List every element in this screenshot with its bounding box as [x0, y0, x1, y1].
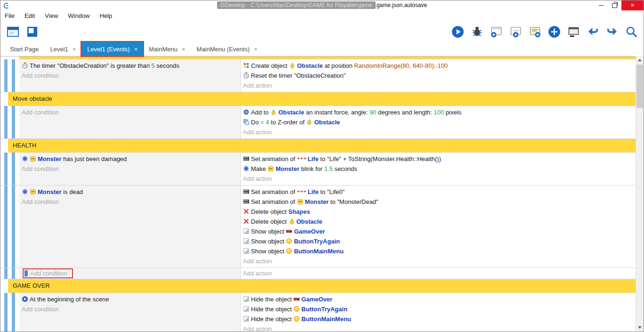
open-project-button[interactable]	[5, 24, 20, 39]
event-rail-outer[interactable]	[4, 153, 8, 185]
actions-cell[interactable]: Create object Obstacle at position Rando…	[241, 59, 636, 92]
project-manager-button[interactable]	[24, 24, 40, 39]
event-line[interactable]: Delete object Shapes	[241, 207, 636, 217]
event-line[interactable]: Make Monster blink for 1.5 seconds	[241, 164, 636, 174]
restore-button[interactable]	[608, 0, 621, 10]
event-rail-inner[interactable]	[12, 59, 15, 92]
event-line[interactable]: Create object Obstacle at position Rando…	[241, 61, 636, 71]
add-action-link[interactable]: Add action	[241, 174, 636, 184]
tab-start-page[interactable]: Start Page	[4, 42, 44, 56]
add-more-button[interactable]	[547, 24, 562, 39]
tab-level1-events[interactable]: Level1 (Events)×	[81, 42, 143, 56]
actions-cell[interactable]: Add to Obstacle an instant force, angle:…	[241, 106, 636, 138]
menu-window[interactable]: Window	[68, 12, 89, 19]
event-rail-outer[interactable]	[4, 106, 8, 138]
search-button[interactable]	[624, 24, 639, 39]
conditions-cell[interactable]: Add condition	[19, 106, 241, 138]
event-group-header-move-obstacle[interactable]: Move obstacle	[8, 92, 636, 106]
play-button[interactable]	[450, 24, 465, 39]
event-rail-inner[interactable]	[12, 186, 15, 267]
add-action-link[interactable]: Add action	[241, 324, 636, 332]
event-line[interactable]: Set animation of Life to "Life" + ToStri…	[241, 154, 636, 164]
scroll-up-button[interactable]	[636, 56, 644, 64]
add-event-button[interactable]	[489, 24, 504, 39]
event-group-header-health[interactable]: HEALTH	[8, 139, 636, 153]
add-action-link[interactable]: Add action	[241, 127, 636, 137]
event-drag-rail[interactable]	[0, 293, 19, 332]
event-rail-inner[interactable]	[12, 153, 15, 185]
event-drag-rail[interactable]	[0, 59, 19, 92]
menu-file[interactable]: File	[5, 12, 15, 19]
tab-mainmenu-events[interactable]: MainMenu (Events)×	[191, 42, 263, 56]
event-drag-rail[interactable]	[0, 186, 19, 267]
add-subevent-button[interactable]	[508, 24, 523, 39]
event-line[interactable]: Set animation of Monster to "MonsterDead…	[241, 197, 636, 207]
event-rail-outer[interactable]	[4, 268, 8, 279]
event-line[interactable]: Do = 4 to Z-order of Obstacle	[241, 117, 636, 127]
add-condition-link[interactable]: Add condition	[19, 164, 240, 174]
event-rail-inner[interactable]	[12, 268, 15, 279]
conditions-cell[interactable]: Monster is deadAdd condition	[19, 186, 241, 267]
debugger-button[interactable]	[469, 24, 484, 39]
event-rail-inner[interactable]	[12, 106, 15, 138]
menu-edit[interactable]: Edit	[24, 12, 35, 19]
event-rail-inner[interactable]	[12, 293, 15, 332]
add-action-link[interactable]: Add action	[241, 256, 636, 266]
event-rail-outer[interactable]	[4, 293, 8, 332]
add-comment-button[interactable]	[527, 24, 542, 39]
event-drag-rail[interactable]	[0, 153, 19, 185]
event-line[interactable]: At the beginning of the scene	[19, 294, 240, 304]
menu-help[interactable]: Help	[100, 12, 113, 19]
event-line[interactable]: The timer "ObstacleCreation" is greater …	[19, 61, 240, 71]
event-line[interactable]: Set animation of Life to "Life0"	[241, 187, 636, 197]
tab-level1[interactable]: Level1×	[44, 42, 81, 56]
conditions-cell[interactable]: At the beginning of the sceneAdd conditi…	[19, 293, 241, 332]
actions-cell[interactable]: Set animation of Life to "Life" + ToStri…	[241, 153, 636, 185]
conditions-cell[interactable]: Add condition	[19, 268, 241, 279]
menu-view[interactable]: View	[45, 12, 58, 19]
window-controls: ×	[594, 0, 644, 10]
add-condition-link[interactable]: Add condition	[19, 304, 240, 314]
undo-button[interactable]	[585, 24, 600, 39]
add-action-link[interactable]: Add action	[241, 81, 636, 90]
event-line[interactable]: Show object ButtonTryAgain	[241, 236, 636, 246]
event-line[interactable]: Reset the timer "ObstacleCreation"	[241, 71, 636, 81]
actions-cell[interactable]: Add action	[241, 268, 636, 279]
event-group-header-game-over[interactable]: GAME OVER	[8, 279, 636, 293]
add-condition-link[interactable]: Add condition	[19, 268, 240, 278]
tab-close-icon[interactable]: ×	[72, 46, 76, 53]
event-rail-outer[interactable]	[4, 186, 8, 267]
vertical-scrollbar[interactable]	[636, 56, 644, 332]
event-line[interactable]: Hide the object ButtonTryAgain	[241, 304, 636, 314]
event-line[interactable]: Monster is dead	[19, 187, 240, 197]
tab-close-icon[interactable]: ×	[182, 46, 185, 53]
add-condition-link[interactable]: Add condition	[19, 197, 240, 207]
add-condition-link[interactable]: Add condition	[19, 107, 240, 117]
scroll-down-button[interactable]	[636, 324, 644, 332]
tab-close-icon[interactable]: ×	[134, 46, 138, 53]
conditions-cell[interactable]: Monster has just been damagedAdd conditi…	[19, 153, 241, 185]
event-drag-rail[interactable]	[0, 268, 19, 279]
force-icon	[243, 109, 250, 115]
tab-mainmenu[interactable]: MainMenu×	[143, 42, 191, 56]
conditions-cell[interactable]: The timer "ObstacleCreation" is greater …	[19, 59, 241, 92]
window-toggle-button[interactable]	[566, 24, 581, 39]
redo-button[interactable]	[604, 24, 620, 39]
event-line[interactable]: Hide the object GameOver	[241, 294, 636, 304]
scroll-thumb[interactable]	[636, 65, 643, 108]
event-line[interactable]: Show object GameOver	[241, 227, 636, 236]
actions-cell[interactable]: Set animation of Life to "Life0"Set anim…	[241, 186, 636, 267]
event-line[interactable]: Monster has just been damaged	[19, 154, 240, 164]
actions-cell[interactable]: Hide the object GameOverHide the object …	[241, 293, 636, 332]
event-line[interactable]: Delete object Obstacle	[241, 217, 636, 227]
minimize-button[interactable]	[594, 0, 608, 10]
add-condition-link[interactable]: Add condition	[19, 71, 240, 81]
event-line[interactable]: Add to Obstacle an instant force, angle:…	[241, 107, 636, 117]
tab-close-icon[interactable]: ×	[254, 46, 258, 53]
close-button[interactable]: ×	[621, 0, 644, 10]
event-line[interactable]: Show object ButtonMainMenu	[241, 246, 636, 256]
event-rail-outer[interactable]	[4, 59, 8, 92]
event-drag-rail[interactable]	[0, 106, 19, 138]
add-action-link[interactable]: Add action	[241, 268, 636, 278]
event-line[interactable]: Hide the object ButtonMainMenu	[241, 314, 636, 324]
